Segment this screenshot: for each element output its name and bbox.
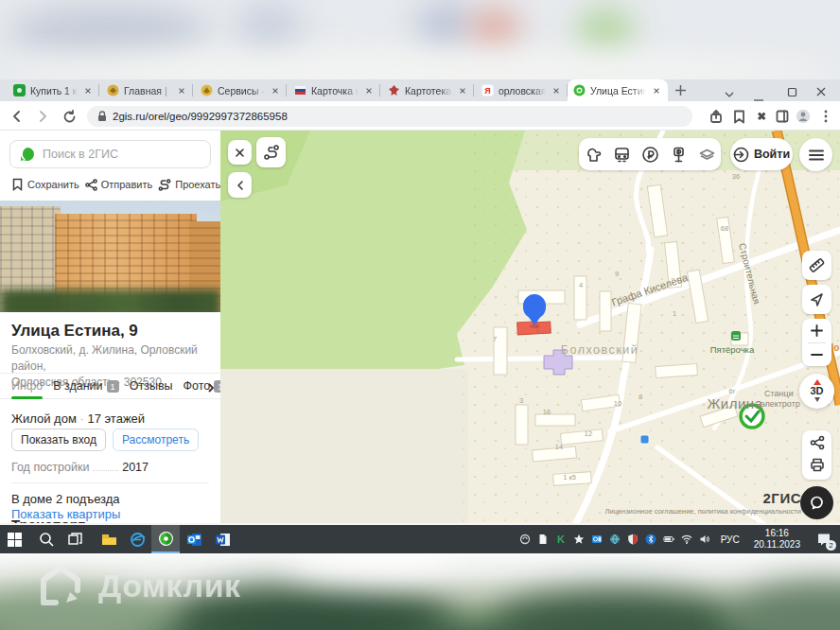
transport-layer-icon[interactable]: [607, 138, 636, 170]
2gis-app-icon-active[interactable]: [151, 525, 180, 553]
tray-document-icon[interactable]: [534, 525, 552, 553]
license-links[interactable]: Лицензионное соглашение, политика конфид…: [569, 507, 801, 516]
compass-3d-button[interactable]: 3D: [799, 374, 834, 409]
feedback-chat-button[interactable]: [800, 486, 833, 519]
zoom-out-button[interactable]: [811, 343, 823, 366]
domclick-watermark: Домклик: [36, 561, 241, 610]
building-photo[interactable]: [0, 201, 220, 312]
action-center-button[interactable]: 2: [808, 525, 840, 553]
blurred-bottom-strip: Домклик: [0, 553, 840, 630]
outlook-app-icon[interactable]: [180, 525, 208, 553]
window-maximize-button[interactable]: [786, 84, 797, 101]
paid-parking-layer-icon[interactable]: [636, 138, 664, 170]
back-button[interactable]: [6, 105, 28, 128]
extensions-icon[interactable]: [749, 105, 772, 128]
panel-close-button[interactable]: [228, 140, 252, 165]
tray-wifi-icon[interactable]: [678, 525, 696, 553]
station-label-line1: Станци: [764, 389, 794, 398]
route-icon: [158, 179, 171, 191]
south-indicator: [814, 397, 820, 402]
start-button[interactable]: [0, 525, 28, 553]
tab-close-icon[interactable]: [363, 85, 375, 96]
tab-close-icon[interactable]: [651, 85, 662, 96]
tab-photo[interactable]: Фото1: [184, 379, 220, 393]
2gis-logo: 2ГИС: [569, 490, 801, 506]
locate-me-button[interactable]: [802, 285, 831, 314]
friends-layer-icon[interactable]: [579, 138, 607, 170]
tray-antivirus-shield-icon[interactable]: [624, 525, 642, 553]
window-close-button[interactable]: [815, 84, 827, 101]
parking-layer-icon[interactable]: [664, 138, 692, 170]
internet-explorer-icon[interactable]: [123, 525, 151, 553]
save-button[interactable]: Сохранить: [11, 178, 79, 191]
browser-tab-6[interactable]: Я орловская об: [476, 79, 568, 101]
file-explorer-icon[interactable]: [95, 525, 123, 553]
tab-close-icon[interactable]: [82, 85, 94, 96]
map-print-button[interactable]: [810, 458, 825, 476]
tab-close-icon[interactable]: [176, 85, 187, 96]
share-icon[interactable]: [705, 105, 727, 128]
tab-info[interactable]: Инфо: [11, 379, 43, 393]
tray-hidden-icons[interactable]: [516, 525, 534, 553]
tray-bluetooth-icon[interactable]: [642, 525, 660, 553]
tab-close-icon[interactable]: [270, 85, 281, 96]
browser-tab-active-2gis[interactable]: Улица Естина: [568, 79, 668, 101]
taskbar-clock[interactable]: 16:16 20.11.2023: [746, 528, 808, 551]
domclick-house-icon: [36, 561, 85, 610]
tabs-scroll-chevron[interactable]: [207, 380, 215, 397]
year-value: 2017: [122, 461, 149, 474]
zoom-in-button[interactable]: [811, 320, 823, 342]
tab5-favicon: [388, 84, 400, 96]
login-button[interactable]: Войти: [730, 138, 793, 170]
route-action-button[interactable]: Проехать: [158, 179, 220, 191]
show-entrance-button[interactable]: Показать вход: [11, 429, 106, 451]
panel-collapse-button[interactable]: [228, 172, 252, 198]
tray-kontur-icon[interactable]: K: [552, 525, 570, 553]
browser-tab-3[interactable]: Сервисы - Фе: [195, 79, 287, 101]
task-view-button[interactable]: [61, 525, 89, 553]
reload-button[interactable]: [58, 105, 80, 128]
system-tray: K РУС 16:16 20.11.2023 2: [516, 525, 840, 553]
search-input[interactable]: [43, 148, 184, 161]
tab-close-icon[interactable]: [457, 85, 468, 96]
windows-taskbar: K РУС 16:16 20.11.2023 2: [0, 525, 840, 553]
browser-tab-4[interactable]: Карточка юри: [289, 79, 380, 101]
sidebar-icon[interactable]: [771, 105, 794, 128]
word-app-icon[interactable]: [208, 525, 236, 553]
taskbar-search-button[interactable]: [32, 525, 61, 553]
blurred-top-strip: [0, 0, 840, 79]
browser-tab-5[interactable]: Картотека ар: [382, 79, 474, 101]
tray-battery-icon[interactable]: [660, 525, 678, 553]
tab3-favicon: [201, 84, 213, 96]
year-label: Год постройки: [11, 461, 89, 474]
tab-close-icon[interactable]: [551, 85, 562, 96]
search-box[interactable]: [9, 140, 211, 168]
profile-avatar[interactable]: [792, 105, 814, 128]
svg-text:16: 16: [543, 408, 551, 416]
map-share-button[interactable]: [810, 435, 825, 454]
send-button[interactable]: Отправить: [85, 179, 153, 191]
tray-outlook-icon[interactable]: [588, 525, 606, 553]
tray-volume-icon[interactable]: [696, 525, 714, 553]
tray-star-icon[interactable]: [570, 525, 588, 553]
address-bar[interactable]: 2gis.ru/orel/geo/9992997372865958: [87, 106, 692, 127]
new-tab-button[interactable]: [674, 83, 688, 101]
tab-in-building[interactable]: В здании1: [53, 379, 119, 393]
tab-reviews[interactable]: Отзывы: [130, 379, 173, 393]
language-indicator[interactable]: РУС: [714, 534, 746, 545]
route-button[interactable]: [256, 137, 286, 167]
ruler-tool-button[interactable]: [802, 251, 831, 280]
transport-stop-marker[interactable]: [640, 435, 649, 444]
layers-icon[interactable]: [692, 138, 721, 170]
tray-globe-icon[interactable]: [606, 525, 624, 553]
browser-tab-2[interactable]: Главная | Фед: [101, 79, 193, 101]
forward-button[interactable]: [31, 105, 54, 128]
svg-text:6г: 6г: [729, 387, 736, 395]
svg-text:9: 9: [615, 270, 619, 278]
view-3d-button[interactable]: Рассмотреть: [113, 429, 199, 451]
browser-tab-1[interactable]: Купить 1 к. кв: [8, 79, 99, 101]
map-canvas[interactable]: Графа Киселёва Болховский Жилина Строите…: [220, 131, 840, 525]
bookmark-icon[interactable]: [727, 105, 750, 128]
kebab-menu-icon[interactable]: [814, 105, 837, 128]
map-menu-button[interactable]: [799, 138, 832, 171]
